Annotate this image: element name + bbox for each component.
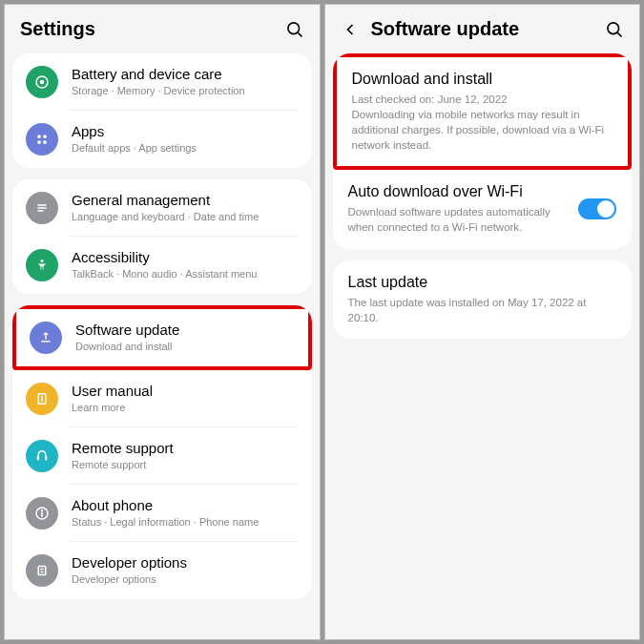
auto-download-item[interactable]: Auto download over Wi-Fi Download softwa…	[333, 170, 633, 248]
settings-item-about-phone[interactable]: About phone Status · Legal information ·…	[12, 485, 312, 542]
item-sub: Language and keyboard · Date and time	[72, 210, 299, 223]
user-manual-icon	[26, 383, 58, 415]
svg-point-19	[41, 509, 43, 511]
su-title: Last update	[348, 274, 617, 291]
settings-card-1: Battery and device care Storage · Memory…	[12, 53, 312, 168]
battery-icon	[26, 66, 58, 98]
item-title: General management	[72, 192, 299, 208]
su-card-2: Last update The last update was installe…	[333, 260, 633, 339]
svg-rect-23	[41, 571, 44, 573]
svg-rect-17	[45, 456, 47, 461]
svg-point-7	[43, 140, 47, 144]
settings-panel: Settings Battery and device care Storage…	[4, 4, 321, 640]
settings-item-general[interactable]: General management Language and keyboard…	[12, 179, 312, 237]
settings-item-remote-support[interactable]: Remote support Remote support	[12, 427, 312, 485]
svg-point-0	[287, 22, 299, 33]
auto-download-toggle[interactable]	[578, 198, 616, 219]
last-update-item[interactable]: Last update The last update was installe…	[333, 260, 633, 339]
svg-rect-22	[41, 569, 44, 571]
svg-rect-9	[38, 207, 47, 209]
software-update-content: Download and install Last checked on: Ju…	[325, 53, 640, 639]
software-update-panel: Software update Download and install Las…	[324, 4, 641, 640]
svg-point-4	[37, 135, 41, 138]
item-sub: Storage · Memory · Device protection	[72, 84, 299, 97]
item-title: Software update	[75, 322, 295, 338]
general-icon	[26, 192, 58, 224]
settings-item-battery[interactable]: Battery and device care Storage · Memory…	[12, 53, 312, 111]
item-title: Accessibility	[72, 249, 299, 265]
item-text: Accessibility TalkBack · Mono audio · As…	[72, 249, 299, 280]
download-install-item[interactable]: Download and install Last checked on: Ju…	[337, 57, 629, 166]
item-sub: Learn more	[72, 401, 299, 414]
settings-item-software-update[interactable]: Software update Download and install	[16, 309, 308, 366]
apps-icon	[26, 123, 58, 156]
svg-point-14	[41, 396, 43, 398]
su-sub: The last update was installed on May 17,…	[348, 295, 617, 325]
item-text: Apps Default apps · App settings	[72, 123, 299, 155]
search-icon[interactable]	[285, 20, 304, 39]
su-sub-line2: Downloading via mobile networks may resu…	[352, 107, 613, 153]
item-title: User manual	[72, 383, 299, 399]
su-sub-line1: Last checked on: June 12, 2022	[352, 92, 613, 107]
su-text: Auto download over Wi-Fi Download softwa…	[348, 183, 570, 235]
settings-title: Settings	[20, 18, 285, 40]
settings-header: Settings	[5, 5, 320, 53]
settings-item-developer-options[interactable]: Developer options Developer options	[12, 542, 312, 599]
software-update-header: Software update	[325, 5, 640, 53]
svg-point-6	[37, 140, 41, 144]
svg-rect-20	[41, 512, 43, 517]
back-icon[interactable]	[341, 20, 360, 39]
item-text: Remote support Remote support	[72, 440, 299, 471]
item-text: Software update Download and install	[75, 322, 295, 353]
remote-support-icon	[26, 440, 58, 472]
svg-point-11	[41, 260, 44, 262]
item-text: Battery and device care Storage · Memory…	[72, 66, 299, 97]
svg-point-24	[608, 22, 619, 33]
item-title: Battery and device care	[72, 66, 299, 82]
item-text: General management Language and keyboard…	[72, 192, 299, 223]
svg-rect-8	[38, 204, 47, 206]
svg-rect-10	[38, 210, 44, 212]
item-sub: Developer options	[72, 572, 299, 586]
settings-card-2: General management Language and keyboard…	[12, 179, 312, 294]
developer-options-icon	[26, 554, 58, 587]
settings-content: Battery and device care Storage · Memory…	[5, 53, 320, 639]
svg-rect-15	[41, 398, 43, 402]
item-sub: Status · Legal information · Phone name	[72, 515, 299, 529]
item-title: About phone	[72, 497, 299, 513]
item-text: About phone Status · Legal information ·…	[72, 497, 299, 529]
item-sub: TalkBack · Mono audio · Assistant menu	[72, 267, 299, 280]
settings-item-accessibility[interactable]: Accessibility TalkBack · Mono audio · As…	[12, 237, 312, 294]
settings-card-3: Software update Download and install Use…	[12, 305, 312, 599]
item-sub: Default apps · App settings	[72, 141, 299, 155]
accessibility-icon	[26, 249, 58, 281]
about-phone-icon	[26, 497, 58, 530]
svg-rect-16	[37, 456, 39, 461]
search-icon[interactable]	[605, 20, 624, 39]
svg-point-5	[43, 135, 47, 138]
su-sub: Download software updates automatically …	[348, 204, 570, 235]
svg-line-1	[298, 32, 301, 36]
item-text: User manual Learn more	[72, 383, 299, 414]
highlight-download-install: Download and install Last checked on: Ju…	[333, 53, 633, 170]
su-card-1: Download and install Last checked on: Ju…	[333, 53, 633, 249]
svg-line-25	[617, 32, 621, 36]
item-text: Developer options Developer options	[72, 554, 299, 586]
svg-rect-12	[42, 341, 51, 343]
su-title: Auto download over Wi-Fi	[348, 183, 570, 200]
item-sub: Download and install	[75, 340, 295, 353]
software-update-icon	[30, 322, 62, 354]
item-title: Apps	[72, 123, 299, 139]
settings-item-apps[interactable]: Apps Default apps · App settings	[12, 111, 312, 168]
svg-rect-21	[38, 567, 46, 575]
item-sub: Remote support	[72, 458, 299, 471]
highlight-software-update: Software update Download and install	[12, 305, 312, 370]
svg-point-3	[40, 80, 45, 85]
su-title: Download and install	[352, 71, 613, 88]
item-title: Developer options	[72, 554, 299, 571]
software-update-title: Software update	[371, 18, 606, 40]
settings-item-user-manual[interactable]: User manual Learn more	[12, 370, 312, 427]
item-title: Remote support	[72, 440, 299, 456]
